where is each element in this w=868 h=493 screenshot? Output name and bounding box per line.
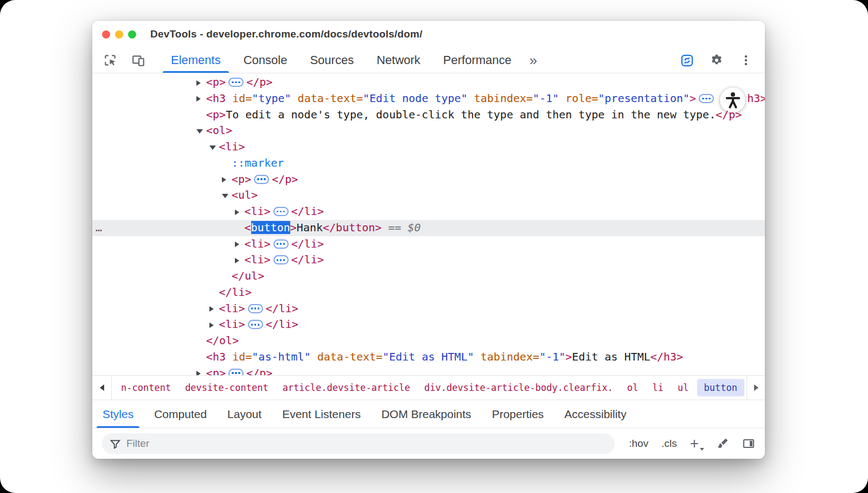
dom-tree-row[interactable]: <p></p> bbox=[92, 172, 765, 188]
dom-tree-row[interactable]: <h3 id="as-html" data-text="Edit as HTML… bbox=[92, 349, 765, 365]
disclosure-down-arrow-icon[interactable] bbox=[196, 129, 203, 134]
tab-layout[interactable]: Layout bbox=[217, 400, 272, 428]
close-button[interactable] bbox=[102, 30, 110, 39]
breadcrumb-item-ol[interactable]: ol bbox=[621, 379, 644, 396]
dom-tree-row[interactable]: <li></li> bbox=[92, 301, 765, 317]
tab-performance[interactable]: Performance bbox=[432, 48, 523, 73]
syntax-tag: </p> bbox=[716, 108, 742, 121]
tab-computed[interactable]: Computed bbox=[144, 400, 217, 428]
disclosure-right-arrow-icon[interactable] bbox=[222, 177, 226, 182]
tab-event-listeners[interactable]: Event Listeners bbox=[272, 400, 371, 428]
tab-sources[interactable]: Sources bbox=[298, 48, 365, 73]
disclosure-right-arrow-icon[interactable] bbox=[196, 371, 201, 375]
paintbrush-icon[interactable] bbox=[716, 437, 729, 450]
ellipsis-expand-button[interactable] bbox=[228, 369, 244, 376]
inspect-element-icon[interactable] bbox=[103, 53, 117, 67]
dom-tree-row[interactable]: ::marker bbox=[92, 155, 765, 172]
screencast-icon[interactable] bbox=[680, 53, 694, 68]
dom-tree-row[interactable]: <h3 id="type" data-text="Edit node type"… bbox=[92, 91, 765, 107]
ellipsis-expand-button[interactable] bbox=[248, 304, 263, 313]
syntax-attrval: "-1" bbox=[539, 350, 565, 363]
breadcrumb-item-ul[interactable]: ul bbox=[672, 379, 694, 396]
dom-tree-row[interactable]: <li></li> bbox=[92, 204, 765, 220]
dom-tree-row[interactable]: <li> bbox=[92, 139, 765, 155]
ellipsis-expand-button[interactable] bbox=[699, 94, 714, 103]
syntax-eq: == bbox=[381, 221, 407, 234]
syntax-tag: <p> bbox=[206, 75, 226, 89]
ellipsis-expand-button[interactable] bbox=[273, 239, 289, 249]
filter-input[interactable] bbox=[126, 438, 607, 450]
ellipsis-expand-button[interactable] bbox=[254, 175, 269, 184]
new-style-rule-button[interactable]: + bbox=[690, 436, 703, 451]
disclosure-down-arrow-icon[interactable] bbox=[209, 146, 216, 150]
devtools-window: DevTools - developer.chrome.com/docs/dev… bbox=[92, 21, 765, 459]
disclosure-right-arrow-icon[interactable] bbox=[235, 242, 239, 247]
breadcrumb-scroll-left-button[interactable] bbox=[92, 376, 112, 400]
dom-tree-row[interactable]: <ul> bbox=[92, 187, 765, 204]
breadcrumb-item-div-devsite-article-body-clearfix[interactable]: div.devsite-article-body.clearfix. bbox=[418, 379, 619, 396]
ellipsis-dot bbox=[280, 243, 282, 245]
syntax-tag: </p> bbox=[272, 173, 298, 186]
breadcrumb-item-article-devsite-article[interactable]: article.devsite-article bbox=[277, 379, 416, 396]
dom-tree-row[interactable]: </ol> bbox=[92, 333, 765, 349]
syntax-attrname: data-text= bbox=[317, 350, 382, 363]
settings-gear-icon[interactable] bbox=[710, 53, 724, 67]
breadcrumb-item-button[interactable]: button bbox=[697, 379, 744, 396]
tab-properties[interactable]: Properties bbox=[482, 400, 554, 428]
zoom-button[interactable] bbox=[128, 30, 136, 39]
dock-sidebar-icon[interactable] bbox=[742, 437, 755, 450]
element-classes-button[interactable]: .cls bbox=[661, 438, 677, 450]
dom-tree-row[interactable]: <ol> bbox=[92, 123, 765, 139]
dom-tree-panel: <p></p><h3 id="type" data-text="Edit nod… bbox=[92, 73, 765, 375]
row-overflow-dots[interactable]: … bbox=[95, 220, 103, 236]
ellipsis-dot bbox=[260, 178, 263, 180]
dom-tree-row[interactable]: …<button>Hank</button> == $0 bbox=[92, 220, 765, 236]
disclosure-right-arrow-icon[interactable] bbox=[209, 323, 214, 328]
dom-tree-row[interactable]: <li></li> bbox=[92, 317, 765, 333]
toggle-pseudo-state-button[interactable]: :hov bbox=[629, 438, 648, 450]
more-tabs-button[interactable]: » bbox=[523, 48, 544, 73]
device-toolbar-icon[interactable] bbox=[131, 53, 145, 67]
syntax-tag: </h3> bbox=[650, 350, 683, 363]
dom-tree-row[interactable]: </li> bbox=[92, 285, 765, 301]
ellipsis-expand-button[interactable] bbox=[273, 207, 289, 216]
syntax-tag: > bbox=[690, 92, 696, 105]
tab-accessibility[interactable]: Accessibility bbox=[554, 400, 636, 428]
disclosure-right-arrow-icon[interactable] bbox=[209, 306, 214, 312]
ellipsis-dot bbox=[280, 259, 282, 261]
disclosure-right-arrow-icon[interactable] bbox=[235, 258, 239, 263]
breadcrumb-item-devsite-content[interactable]: devsite-content bbox=[179, 379, 275, 396]
dom-tree-row[interactable]: <p></p> bbox=[92, 74, 765, 91]
filter-box[interactable] bbox=[102, 433, 615, 454]
breadcrumb-scroll-right-button[interactable] bbox=[746, 376, 765, 400]
dom-tree-row[interactable]: <li></li> bbox=[92, 236, 765, 252]
dom-tree-row[interactable]: <li></li> bbox=[92, 252, 765, 268]
breadcrumb-item-n-content[interactable]: n-content bbox=[115, 379, 177, 396]
syntax-text: To edit a node's type, double-click the … bbox=[226, 108, 716, 121]
syntax-tag: <li> bbox=[219, 140, 245, 153]
disclosure-right-arrow-icon[interactable] bbox=[235, 210, 239, 215]
syntax-selword: button bbox=[251, 221, 290, 234]
ellipsis-expand-button[interactable] bbox=[228, 78, 244, 87]
disclosure-right-arrow-icon[interactable] bbox=[196, 80, 201, 86]
minimize-button[interactable] bbox=[115, 30, 123, 39]
syntax-tag: </li> bbox=[266, 318, 298, 331]
dom-tree-row[interactable]: <p></p> bbox=[92, 365, 765, 376]
disclosure-right-arrow-icon[interactable] bbox=[196, 96, 201, 102]
ellipsis-expand-button[interactable] bbox=[273, 255, 289, 264]
more-options-icon[interactable] bbox=[739, 53, 753, 67]
tab-elements[interactable]: Elements bbox=[159, 48, 232, 73]
tab-styles[interactable]: Styles bbox=[92, 400, 144, 428]
ellipsis-expand-button[interactable] bbox=[248, 320, 263, 329]
dom-tree-row[interactable]: </ul> bbox=[92, 268, 765, 285]
breadcrumb-item-li[interactable]: li bbox=[647, 379, 669, 396]
syntax-attrval: "presentation" bbox=[598, 92, 690, 105]
disclosure-down-arrow-icon[interactable] bbox=[222, 194, 228, 198]
tab-network[interactable]: Network bbox=[365, 48, 432, 73]
tab-console[interactable]: Console bbox=[232, 48, 299, 73]
tab-dom-breakpoints[interactable]: DOM Breakpoints bbox=[371, 400, 482, 428]
dom-tree-row[interactable]: <p>To edit a node's type, double-click t… bbox=[92, 107, 765, 123]
left-arrow-icon bbox=[100, 384, 104, 391]
syntax-attrname: id= bbox=[232, 350, 252, 363]
right-arrow-icon bbox=[754, 384, 758, 391]
